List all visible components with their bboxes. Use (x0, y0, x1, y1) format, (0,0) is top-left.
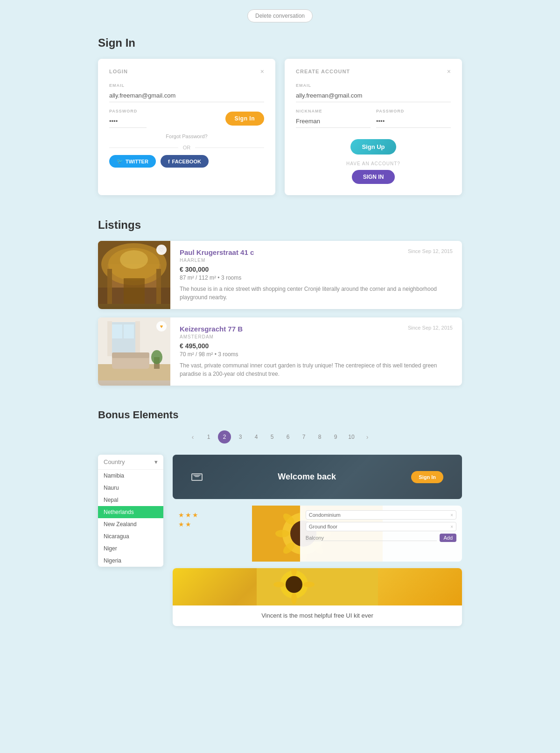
twitter-label: TWITTER (126, 159, 148, 164)
welcome-inner: Welcome back Sign In (182, 471, 453, 483)
page-2-button[interactable]: 2 (218, 430, 231, 443)
login-close-button[interactable]: × (260, 68, 264, 75)
login-divider: OR (109, 145, 264, 150)
listing-2-location: AMSTERDAM (180, 334, 453, 339)
page-1-button[interactable]: 1 (202, 430, 215, 443)
tag-condominium-label: Condominium (309, 512, 341, 518)
country-item-netherlands[interactable]: Netherlands (98, 506, 163, 518)
create-account-card: CREATE ACCOUNT × EMAIL NICKNAME PASSWORD (285, 59, 462, 195)
create-close-button[interactable]: × (447, 68, 451, 75)
create-email-group: EMAIL (296, 83, 451, 102)
pagination-next-button[interactable]: › (361, 430, 374, 443)
tags-overlay: Condominium × Ground floor × Add (300, 506, 462, 562)
svg-point-19 (151, 350, 162, 364)
country-item-nepal[interactable]: Nepal (98, 494, 163, 506)
country-list: Namibia Nauru Nepal Netherlands New Zeal… (98, 470, 163, 567)
welcome-signin-button[interactable]: Sign In (411, 471, 443, 483)
tag-ground-floor-close[interactable]: × (450, 524, 453, 529)
svg-point-25 (275, 530, 289, 537)
tags-card: ★ ★ ★ ★ ★ Condominium × (173, 506, 462, 562)
create-nickname-group: NICKNAME (296, 109, 371, 128)
country-item-nigeria[interactable]: Nigeria (98, 555, 163, 567)
login-password-row: PASSWORD Sign In (109, 109, 264, 128)
stars-area: ★ ★ ★ ★ ★ (178, 511, 198, 528)
create-signin-button[interactable]: SIGN IN (352, 170, 395, 184)
pagination-prev-button[interactable]: ‹ (186, 430, 199, 443)
country-dropdown: Country ▾ Namibia Nauru Nepal Netherland… (98, 455, 163, 567)
country-item-newzealand[interactable]: New Zealand (98, 518, 163, 530)
divider-line-right (195, 148, 264, 148)
country-item-nicaragua[interactable]: Nicaragua (98, 530, 163, 542)
listing-1-location: HAARLEM (180, 258, 453, 263)
svg-rect-12 (124, 324, 134, 338)
star-icon: ★ (178, 511, 184, 519)
svg-rect-14 (135, 321, 140, 356)
listing-1-date: Since Sep 12, 2015 (408, 248, 453, 254)
social-buttons: 🐦 TWITTER f FACEBOOK (109, 155, 264, 168)
email-icon (191, 473, 203, 481)
login-email-group: EMAIL (109, 83, 264, 102)
divider-line-left (109, 148, 178, 148)
create-email-input[interactable] (296, 90, 451, 102)
tag-ground-floor: Ground floor × (306, 522, 456, 531)
tag-condominium-close[interactable]: × (450, 513, 453, 518)
page-3-button[interactable]: 3 (234, 430, 247, 443)
listing-1-heart-icon[interactable]: ♡ (156, 245, 167, 255)
page-8-button[interactable]: 8 (313, 430, 326, 443)
vincent-image (173, 568, 462, 605)
listing-1-title[interactable]: Paul Krugerstraat 41 c (180, 248, 254, 256)
listing-2-title[interactable]: Keizersgracht 77 B (180, 325, 243, 333)
bonus-right-column: Welcome back Sign In (173, 455, 462, 626)
listings-title: Listings (98, 218, 462, 232)
create-name-password-row: NICKNAME PASSWORD (296, 109, 451, 134)
listing-1-header: Paul Krugerstraat 41 c Since Sep 12, 201… (180, 248, 453, 256)
twitter-button[interactable]: 🐦 TWITTER (109, 155, 156, 168)
listing-2-heart-icon[interactable]: ♥ (156, 321, 167, 331)
page-10-button[interactable]: 10 (345, 430, 358, 443)
listing-2-specs: 70 m² / 98 m² • 3 rooms (180, 351, 453, 358)
page-6-button[interactable]: 6 (281, 430, 294, 443)
create-nickname-label: NICKNAME (296, 109, 371, 113)
auth-cards: LOGIN × EMAIL PASSWORD Sign In Forgot Pa… (98, 59, 462, 195)
facebook-icon: f (168, 159, 170, 164)
country-item-namibia[interactable]: Namibia (98, 470, 163, 482)
create-nickname-input[interactable] (296, 116, 371, 128)
country-placeholder: Country (104, 458, 125, 465)
page-7-button[interactable]: 7 (297, 430, 310, 443)
add-tag-button[interactable]: Add (440, 534, 456, 542)
listing-image-1: ♡ (98, 241, 170, 309)
page-4-button[interactable]: 4 (250, 430, 263, 443)
signup-button[interactable]: Sign Up (350, 139, 396, 155)
listing-card: ♥ Keizersgracht 77 B Since Sep 12, 2015 … (98, 317, 462, 386)
listing-image-2: ♥ (98, 317, 170, 386)
welcome-text: Welcome back (278, 472, 336, 482)
country-item-niger[interactable]: Niger (98, 542, 163, 555)
login-email-label: EMAIL (109, 83, 264, 88)
login-email-input[interactable] (109, 90, 264, 102)
svg-point-35 (291, 593, 297, 604)
country-item-nauru[interactable]: Nauru (98, 482, 163, 494)
country-select-header[interactable]: Country ▾ (98, 455, 163, 470)
have-account-text: HAVE AN ACCOUNT? (296, 161, 451, 166)
listing-1-content: Paul Krugerstraat 41 c Since Sep 12, 201… (170, 241, 462, 309)
facebook-button[interactable]: f FACEBOOK (161, 155, 209, 168)
forgot-password-link[interactable]: Forgot Password? (109, 134, 264, 139)
login-signin-button[interactable]: Sign In (225, 112, 265, 126)
page-5-button[interactable]: 5 (266, 430, 279, 443)
svg-rect-13 (107, 321, 112, 356)
page-9-button[interactable]: 9 (329, 430, 342, 443)
svg-rect-8 (124, 278, 145, 304)
create-password-group: PASSWORD (376, 109, 451, 128)
bonus-content: Country ▾ Namibia Nauru Nepal Netherland… (98, 455, 462, 626)
svg-point-37 (303, 582, 315, 587)
tag-add-input[interactable] (306, 535, 437, 541)
login-card: LOGIN × EMAIL PASSWORD Sign In Forgot Pa… (98, 59, 275, 195)
login-password-group: PASSWORD (109, 109, 147, 128)
tag-condominium: Condominium × (306, 510, 456, 520)
delete-conversation-button[interactable]: Delete conversation (247, 9, 313, 22)
create-password-input[interactable] (376, 116, 451, 128)
login-password-input[interactable] (109, 116, 147, 128)
star-icon: ★ (192, 511, 198, 519)
pagination: ‹ 1 2 3 4 5 6 7 8 9 10 › (98, 430, 462, 443)
email-icon-wrap (191, 473, 203, 481)
